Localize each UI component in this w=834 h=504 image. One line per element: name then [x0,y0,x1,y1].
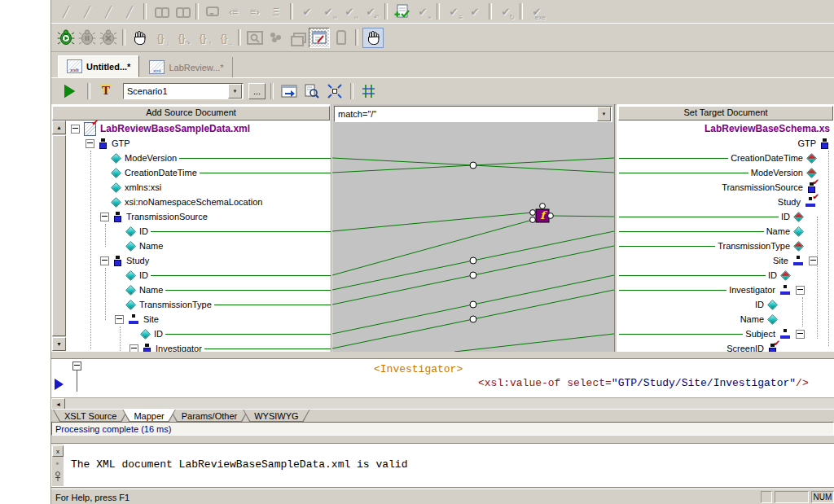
tree-item-transmissionsource[interactable]: TransmissionSource [68,209,331,224]
tree-item-gtp[interactable]: GTP [619,136,834,151]
tree-item-site[interactable]: Site [619,253,834,268]
mapper-view-icon[interactable] [309,28,330,48]
expander-icon[interactable] [115,315,124,324]
tree-item-modeversion[interactable]: ModeVersion [68,151,331,165]
validate-cancel-icon[interactable]: ✔× [413,2,432,21]
combo-dropdown-icon[interactable]: ▼ [597,107,611,121]
expander-icon[interactable] [129,344,138,353]
tree-item-creationdatetime[interactable]: CreationDateTime [68,165,331,180]
tree-item-screenid[interactable]: ScreenID✔ [619,341,834,352]
tree-item-name[interactable]: Name [68,239,331,253]
tree-item-site[interactable]: Site [68,312,331,327]
tree-item-id[interactable]: ID [68,224,331,239]
pan-hand-icon[interactable] [129,28,149,47]
show-mappings-button[interactable] [359,81,379,100]
tree-item-investigator[interactable]: Investigator [68,341,331,352]
scrollbar-thumb[interactable] [52,135,66,336]
mapping-canvas[interactable]: f [332,122,614,352]
run-to-cursor-icon[interactable]: {}→ [214,28,234,47]
validate-next-icon[interactable]: ✔›› [318,2,338,21]
tab-wysiwyg[interactable]: WYSIWYG [243,410,309,422]
validate-icon[interactable]: ✔ [297,2,317,21]
tree-item-transmissiontype[interactable]: TransmissionType [68,297,331,312]
tree-item-study[interactable]: Study [68,253,331,268]
validate-refresh-icon[interactable]: ✔↻ [496,2,516,21]
validate-prev-icon[interactable]: ✔‹‹ [340,2,359,21]
splitter[interactable] [51,352,834,358]
tree-item-id[interactable]: ID [68,327,331,341]
step-over-icon[interactable]: {}↷ [172,28,191,47]
bookmark-prev-icon[interactable]: ╱ [99,2,118,21]
scroll-down-icon[interactable]: ▼ [52,337,66,351]
tab-labreview[interactable]: xml LabReview...* [141,57,232,77]
open-in-window-button[interactable] [279,81,299,100]
tree-item-xmlns-xsi[interactable]: xmlns:xsi [68,180,331,195]
tree-item-labreviewbaseschema-xs[interactable]: LabReviewBaseSchema.xs [619,121,834,136]
preview-result-icon[interactable] [245,28,265,47]
validate-exe-icon[interactable]: ✔exe [527,2,546,21]
expander-icon[interactable] [86,139,94,148]
code-fold-icon[interactable] [72,362,81,370]
bookmark-next-icon[interactable]: ╱ [77,2,97,21]
tree-item-transmissiontype[interactable]: TransmissionType [619,239,834,253]
output-nav-icon[interactable]: ▸ [52,460,64,467]
tab-untitled[interactable]: xslt Untitled...* [58,55,139,77]
combo-dropdown-icon[interactable]: ▼ [228,84,242,99]
tree-item-gtp[interactable]: GTP [68,136,331,151]
set-target-document-header[interactable]: Set Target Document [618,106,833,121]
tree-item-labreviewbasesampledata-xml[interactable]: ✔LabReviewBaseSampleData.xml [68,121,331,136]
run-scenario-button[interactable] [57,81,81,100]
close-output-icon[interactable]: x [52,445,64,457]
validate-new-document-icon[interactable] [392,2,411,21]
validate-find-icon[interactable]: ✔ [465,2,485,21]
cascade-view-icon[interactable] [288,28,307,47]
tab-params-other[interactable]: Params/Other [170,410,248,422]
expander-icon[interactable] [796,330,805,339]
debug-stop-icon[interactable] [99,28,118,47]
schema-view-icon[interactable] [266,28,286,47]
outdent-icon[interactable]: ‹≡ [224,2,244,21]
comment-icon[interactable] [203,2,222,21]
tab-mapper[interactable]: Mapper [122,410,175,422]
tree-item-id[interactable]: ID [619,268,834,283]
expander-icon[interactable] [100,256,109,265]
collapse-all-button[interactable] [325,81,345,100]
validate-undo-icon[interactable]: ✔↶ [361,2,380,21]
expander-icon[interactable] [809,256,818,265]
tree-item-id[interactable]: ID [619,209,834,224]
find-next-icon[interactable] [172,2,191,21]
tree-item-id[interactable]: ID [68,268,331,283]
expander-icon[interactable] [796,286,805,295]
find-icon[interactable] [151,2,170,21]
format-icon[interactable]: Ξ [266,2,286,21]
scroll-up-icon[interactable]: ▲ [52,121,66,134]
pin-icon[interactable] [52,471,64,484]
tree-item-name[interactable]: Name [619,312,834,327]
scenario-combo[interactable]: Scenario1 ▼ [123,83,244,99]
step-into-icon[interactable]: {}↓ [151,28,170,47]
attach-file-icon[interactable] [331,28,351,47]
tree-item-subject[interactable]: Subject [619,327,834,341]
debug-run-icon[interactable] [56,28,76,47]
bookmark-clear-icon[interactable]: ╱ [120,2,139,21]
preview-xml-button[interactable] [302,81,322,100]
indent-icon[interactable]: ≡› [245,2,265,21]
tree-item-modeversion[interactable]: ModeVersion [619,165,834,180]
bookmark-toggle-icon[interactable]: ╱ [56,2,76,21]
rename-scenario-button[interactable]: T [96,81,116,100]
tree-item-creationdatetime[interactable]: CreationDateTime [619,151,834,165]
tree-item-xsi-nonamespaceschemalocation[interactable]: xsi:noNamespaceSchemaLocation [68,195,331,209]
tree-item-name[interactable]: Name [619,224,834,239]
validate-all-icon[interactable]: ✔≡ [444,2,463,21]
tree-item-study[interactable]: Study✔ [619,195,834,209]
tree-item-transmissionsource[interactable]: TransmissionSource✔ [619,180,834,195]
tab-xslt-source[interactable]: XSLT Source [53,410,128,422]
step-out-icon[interactable]: {}↑ [193,28,213,47]
grab-tool-icon[interactable] [362,28,384,48]
debug-pause-icon[interactable] [77,28,97,47]
tree-item-id[interactable]: ID [619,297,834,312]
code-hscrollbar[interactable]: ◄ [51,397,834,410]
expander-icon[interactable] [71,125,80,134]
expander-icon[interactable] [100,213,109,221]
source-scrollbar[interactable]: ▲ ▼ [52,121,66,351]
